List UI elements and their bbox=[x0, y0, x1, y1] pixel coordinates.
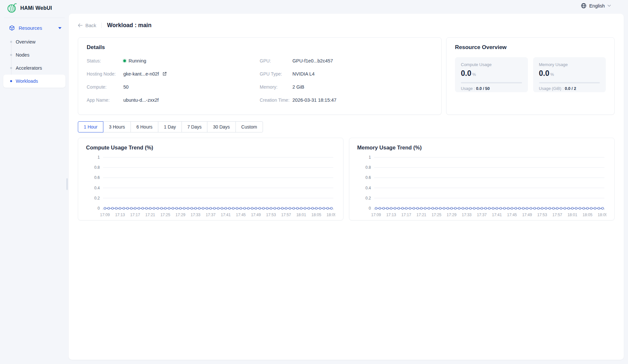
details-left-column: Status: Running Hosting Node: gke-kant..… bbox=[87, 57, 260, 110]
sidebar-submenu: Overview Nodes Accelerators Workloads bbox=[0, 35, 69, 88]
sidebar: HAMi WebUI Resources Overview Nodes Acce… bbox=[0, 0, 69, 364]
compute-usage-unit: % bbox=[472, 72, 476, 77]
svg-text:0.2: 0.2 bbox=[365, 196, 371, 200]
memory-usage-label: Memory Usage bbox=[539, 62, 600, 67]
svg-text:18:05: 18:05 bbox=[583, 213, 592, 217]
svg-text:17:29: 17:29 bbox=[176, 213, 185, 217]
external-link-icon[interactable] bbox=[162, 72, 167, 76]
svg-text:18:09: 18:09 bbox=[326, 213, 335, 217]
svg-text:17:37: 17:37 bbox=[477, 213, 487, 217]
details-right-column: GPU: GPU-f1e0...b2c457 GPU Type: NVIDIA … bbox=[260, 57, 433, 110]
svg-text:17:45: 17:45 bbox=[236, 213, 246, 217]
main-content-card: Back Workload : main Details Status: Run… bbox=[69, 14, 624, 360]
gpu-type-value: NVIDIA L4 bbox=[292, 71, 315, 77]
detail-label: GPU Type: bbox=[260, 71, 292, 77]
compute-usage-label: Compute Usage bbox=[461, 62, 522, 67]
resource-overview-title: Resource Overview bbox=[455, 44, 606, 51]
time-range-custom[interactable]: Custom bbox=[236, 121, 263, 132]
svg-text:17:33: 17:33 bbox=[462, 213, 472, 217]
sidebar-item-label: Workloads bbox=[16, 78, 38, 84]
memory-usage-unit: % bbox=[550, 72, 554, 77]
time-range-1-day[interactable]: 1 Day bbox=[158, 121, 182, 132]
svg-text:17:41: 17:41 bbox=[492, 213, 502, 217]
chevron-down-icon bbox=[607, 5, 611, 7]
svg-text:1: 1 bbox=[97, 155, 100, 160]
memory-usage-ratio: Usage (GiB) : 0.0 / 2 bbox=[539, 86, 600, 91]
item-dot bbox=[10, 41, 12, 43]
detail-label: Hosting Node: bbox=[87, 71, 123, 77]
svg-text:17:09: 17:09 bbox=[371, 213, 381, 217]
details-title: Details bbox=[87, 44, 433, 51]
sidebar-item-overview[interactable]: Overview bbox=[0, 35, 69, 48]
sidebar-item-nodes[interactable]: Nodes bbox=[0, 48, 69, 61]
svg-text:17:09: 17:09 bbox=[100, 213, 110, 217]
sidebar-item-workloads[interactable]: Workloads bbox=[3, 75, 65, 88]
time-range-7-days[interactable]: 7 Days bbox=[182, 121, 208, 132]
time-range-1-hour[interactable]: 1 Hour bbox=[78, 121, 103, 132]
back-button[interactable]: Back bbox=[78, 23, 96, 28]
svg-text:0: 0 bbox=[97, 206, 100, 211]
creation-time-value: 2026-03-31 18:15:47 bbox=[292, 97, 337, 103]
resource-overview-panel: Resource Overview Compute Usage 0.0 % Us… bbox=[446, 37, 615, 115]
detail-row-creation-time: Creation Time: 2026-03-31 18:15:47 bbox=[260, 96, 433, 103]
globe-icon bbox=[581, 3, 586, 9]
app-name-value: ubuntu-d...-zxx2f bbox=[123, 97, 159, 103]
svg-text:17:53: 17:53 bbox=[537, 213, 547, 217]
svg-text:17:13: 17:13 bbox=[386, 213, 396, 217]
sidebar-section-resources[interactable]: Resources bbox=[0, 21, 69, 35]
sidebar-item-accelerators[interactable]: Accelerators bbox=[0, 61, 69, 75]
detail-label: Status: bbox=[87, 58, 123, 63]
detail-label: Memory: bbox=[260, 84, 292, 90]
language-selector[interactable]: English bbox=[581, 3, 611, 9]
sidebar-resize-handle[interactable] bbox=[66, 178, 68, 190]
compute-usage-progressbar bbox=[461, 82, 522, 83]
svg-text:17:57: 17:57 bbox=[281, 213, 291, 217]
memory-value: 2 GiB bbox=[292, 84, 304, 90]
detail-label: Compute: bbox=[87, 84, 123, 90]
sidebar-item-label: Overview bbox=[16, 39, 35, 44]
compute-usage-trend-card: Compute Usage Trend (%) 00.20.40.60.8117… bbox=[78, 138, 343, 220]
detail-row-gpu-type: GPU Type: NVIDIA L4 bbox=[260, 70, 433, 77]
svg-text:17:37: 17:37 bbox=[206, 213, 216, 217]
svg-text:17:29: 17:29 bbox=[447, 213, 457, 217]
svg-text:1: 1 bbox=[369, 155, 371, 160]
svg-text:17:21: 17:21 bbox=[416, 213, 426, 217]
svg-text:0.4: 0.4 bbox=[94, 186, 100, 190]
svg-text:17:49: 17:49 bbox=[522, 213, 532, 217]
back-label: Back bbox=[85, 23, 96, 28]
chevron-down-icon bbox=[58, 27, 61, 29]
sidebar-item-label: Nodes bbox=[16, 52, 29, 58]
svg-text:18:05: 18:05 bbox=[311, 213, 321, 217]
svg-text:18:01: 18:01 bbox=[296, 213, 306, 217]
compute-trend-title: Compute Usage Trend (%) bbox=[86, 145, 335, 151]
svg-text:17:21: 17:21 bbox=[145, 213, 155, 217]
svg-text:17:33: 17:33 bbox=[191, 213, 201, 217]
memory-usage-progressbar bbox=[539, 82, 600, 83]
memory-trend-title: Memory Usage Trend (%) bbox=[357, 145, 606, 151]
svg-text:0.8: 0.8 bbox=[365, 165, 371, 170]
time-range-group: 1 Hour 3 Hours 6 Hours 1 Day 7 Days 30 D… bbox=[78, 121, 263, 132]
detail-row-compute: Compute: 50 bbox=[87, 83, 260, 90]
compute-usage-card: Compute Usage 0.0 % Usage : 0.0 / 50 bbox=[455, 57, 528, 92]
memory-usage-value: 0.0 bbox=[539, 69, 550, 78]
arrow-left-icon bbox=[78, 23, 83, 27]
sidebar-section-label: Resources bbox=[19, 25, 58, 31]
compute-usage-value: 0.0 bbox=[461, 69, 471, 78]
detail-row-status: Status: Running bbox=[87, 57, 260, 64]
time-range-3-hours[interactable]: 3 Hours bbox=[103, 121, 131, 132]
svg-text:0.4: 0.4 bbox=[365, 186, 371, 190]
cube-icon bbox=[9, 25, 15, 31]
status-value: Running bbox=[129, 58, 146, 63]
svg-text:0.6: 0.6 bbox=[94, 175, 100, 180]
svg-text:17:25: 17:25 bbox=[160, 213, 170, 217]
svg-text:17:41: 17:41 bbox=[221, 213, 231, 217]
svg-text:17:49: 17:49 bbox=[251, 213, 261, 217]
svg-text:18:01: 18:01 bbox=[567, 213, 577, 217]
time-range-30-days[interactable]: 30 Days bbox=[207, 121, 236, 132]
compute-value: 50 bbox=[123, 84, 129, 90]
compute-usage-ratio: Usage : 0.0 / 50 bbox=[461, 86, 522, 91]
header-divider bbox=[101, 23, 102, 28]
app-title: HAMi WebUI bbox=[20, 5, 52, 11]
svg-text:17:25: 17:25 bbox=[431, 213, 441, 217]
time-range-6-hours[interactable]: 6 Hours bbox=[131, 121, 158, 132]
